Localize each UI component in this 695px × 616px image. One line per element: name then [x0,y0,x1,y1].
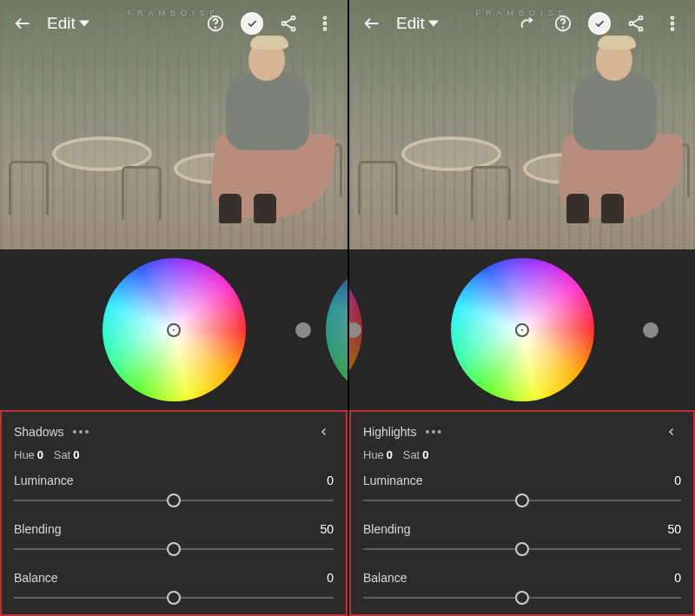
share-button[interactable] [624,11,648,36]
luminance-slider[interactable]: Luminance0 [14,474,334,510]
edit-label-text: Edit [47,14,76,33]
overflow-button[interactable] [313,11,337,36]
slider-thumb[interactable] [515,542,529,556]
slider-thumb[interactable] [167,591,181,605]
color-wheel-picker[interactable] [515,323,529,337]
slider-label: Balance [363,571,407,585]
photo-preview[interactable]: FRAMBOISE Edit [0,0,348,249]
panel-title: Shadows [14,425,64,439]
redo-button[interactable] [514,11,539,36]
collapse-panel[interactable] [662,422,681,441]
edit-menu[interactable]: Edit [396,14,439,33]
slider-thumb[interactable] [167,542,181,556]
color-grading-panel: Shadows ••• Hue0 Sat0 Luminance0 Blendin… [0,410,348,616]
svg-point-12 [639,27,642,30]
edit-menu[interactable]: Edit [47,14,89,33]
edit-label-text: Edit [396,14,425,33]
slider-label: Luminance [363,474,423,487]
svg-point-11 [629,22,632,25]
balance-slider[interactable]: Balance0 [363,571,681,607]
svg-point-6 [324,23,327,25]
help-button[interactable] [203,11,228,36]
top-bar: Edit [349,0,695,47]
overflow-button[interactable] [660,11,685,36]
slider-value: 50 [667,522,681,536]
phone-left: FRAMBOISE Edit [0,0,348,616]
panel-options[interactable]: ••• [425,425,443,439]
svg-point-3 [281,22,285,25]
svg-point-2 [291,17,295,20]
balance-slider[interactable]: Balance0 [14,571,334,607]
confirm-button[interactable] [587,11,612,36]
phone-right: FRAMBOISE Edit [348,0,695,616]
slider-value: 0 [327,571,334,585]
photo-preview[interactable]: FRAMBOISE Edit [349,0,695,249]
panel-options[interactable]: ••• [73,425,91,439]
back-button[interactable] [360,11,384,36]
back-button[interactable] [10,11,35,36]
slider-label: Balance [14,571,58,585]
confirm-button[interactable] [240,11,264,36]
panel-title: Highlights [363,425,416,439]
svg-point-5 [324,17,327,19]
svg-point-9 [563,27,564,28]
top-bar: Edit [0,0,348,47]
subject-person [184,32,323,223]
hue-sat-readout: Hue0 Sat0 [363,448,681,461]
adjacent-wheel-peek [326,258,348,401]
color-wheel-area [349,249,695,410]
slider-value: 0 [674,474,681,487]
collapse-panel[interactable] [314,422,334,441]
slider-label: Blending [363,522,411,536]
svg-point-1 [215,27,216,28]
color-wheel-picker[interactable] [167,323,181,337]
blending-slider[interactable]: Blending50 [363,522,681,559]
svg-point-4 [291,27,295,30]
color-wheel[interactable] [103,258,246,401]
slider-thumb[interactable] [515,591,529,605]
svg-point-15 [672,28,674,30]
help-button[interactable] [551,11,575,36]
svg-point-13 [672,17,674,19]
subject-person [532,32,671,223]
svg-point-7 [324,28,327,30]
hue-sat-readout: Hue0 Sat0 [14,448,334,461]
slider-label: Luminance [14,474,74,487]
slider-thumb[interactable] [515,493,529,507]
slider-value: 0 [674,571,681,585]
slider-label: Blending [14,522,62,536]
saturation-knob[interactable] [643,322,659,338]
slider-value: 50 [320,522,334,536]
svg-point-14 [672,23,674,25]
luminance-slider[interactable]: Luminance0 [363,474,681,510]
color-wheel[interactable] [451,258,594,401]
slider-thumb[interactable] [167,493,181,507]
svg-point-10 [639,17,642,20]
color-wheel-area [0,249,348,410]
blending-slider[interactable]: Blending50 [14,522,334,559]
saturation-knob[interactable] [295,322,311,338]
color-grading-panel: Highlights ••• Hue0 Sat0 Luminance0 Blen… [349,410,695,616]
slider-value: 0 [327,474,334,487]
share-button[interactable] [276,11,301,36]
